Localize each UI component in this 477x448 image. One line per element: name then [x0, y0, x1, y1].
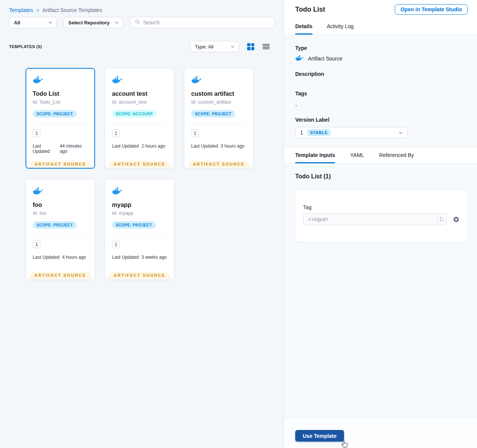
card-divider: [33, 124, 88, 124]
tab-referenced-by[interactable]: Referenced By: [379, 152, 414, 163]
chevron-down-icon: [112, 20, 119, 25]
artifact-source-ribbon: ARTIFACT SOURCE: [186, 161, 251, 168]
list-view-icon[interactable]: [263, 44, 270, 50]
card-divider: [112, 124, 167, 124]
artifact-source-ribbon: ARTIFACT SOURCE: [107, 161, 172, 168]
version-count-chip: 1: [191, 129, 199, 137]
search-icon: [135, 19, 140, 26]
template-title: myapp: [112, 202, 167, 208]
docker-icon: [33, 190, 44, 196]
template-card[interactable]: account test Id: account_test SCOPE: ACC…: [105, 68, 174, 169]
tags-label: Tags: [295, 91, 468, 97]
template-card[interactable]: custom artifact Id: custom_artifact SCOP…: [184, 68, 254, 169]
app-window: Templates Artifact Source Templates All …: [0, 0, 477, 448]
last-updated-value: 3 weeks ago: [141, 255, 166, 260]
card-divider: [112, 235, 167, 235]
template-id: Id: Todo_List: [33, 99, 88, 105]
version-count-chip: 1: [112, 129, 120, 137]
details-tabs: Details Activity Log: [284, 19, 477, 35]
artifact-source-ribbon: ARTIFACT SOURCE: [28, 161, 93, 168]
template-card[interactable]: foo Id: foo SCOPE: PROJECT 1 Last Update…: [26, 179, 95, 280]
chevron-down-icon: [45, 20, 53, 25]
templates-count: TEMPLATES (5): [9, 44, 42, 49]
template-id: Id: account_test: [112, 99, 167, 105]
type-label: Type: [295, 45, 468, 51]
inputs-tabs: Template Inputs YAML Referenced By: [284, 147, 477, 164]
use-template-button[interactable]: Use Template: [295, 430, 344, 442]
grid-view-icon[interactable]: [247, 43, 254, 50]
type-filter-select[interactable]: Type: All: [190, 41, 239, 52]
last-updated-value: 2 hours ago: [141, 143, 165, 149]
details-footer: Use Template: [284, 418, 477, 448]
breadcrumb-chevron-icon: [36, 8, 40, 12]
tab-activity-log[interactable]: Activity Log: [327, 23, 354, 35]
template-id: Id: foo: [33, 210, 88, 216]
template-library-panel: Templates Artifact Source Templates All …: [0, 0, 284, 448]
breadcrumb-current: Artifact Source Templates: [42, 7, 102, 13]
card-divider: [191, 124, 246, 124]
tab-template-inputs[interactable]: Template Inputs: [295, 152, 335, 163]
open-in-template-studio-button[interactable]: Open in Template Studio: [395, 4, 468, 15]
breadcrumb: Templates Artifact Source Templates: [0, 0, 284, 13]
description-label: Description: [295, 71, 468, 77]
template-title: Todo List: [33, 91, 88, 97]
stable-badge: STABLE: [307, 129, 331, 136]
filter-bar: All Select Repository: [9, 17, 275, 28]
card-divider: [33, 235, 88, 235]
scope-filter-select[interactable]: All: [9, 17, 57, 28]
inputs-card: Tag Σx: [295, 190, 468, 242]
last-updated-label: Last Updated: [191, 143, 218, 149]
last-updated-label: Last Updated: [33, 255, 59, 260]
last-updated-value: 4 hours ago: [62, 255, 86, 260]
docker-icon: [191, 78, 202, 85]
templates-grid: Todo List Id: Todo_List SCOPE: PROJECT 1…: [26, 68, 284, 280]
docker-icon: [33, 78, 44, 85]
repository-filter-value: Select Repository: [68, 20, 110, 26]
repository-filter-select[interactable]: Select Repository: [63, 17, 123, 28]
tag-label: Tag: [303, 204, 460, 210]
expression-fx-button[interactable]: Σx: [437, 213, 447, 225]
chevron-down-icon: [227, 44, 235, 49]
tag-input[interactable]: [303, 213, 437, 225]
last-updated-label: Last Updated: [33, 143, 57, 154]
type-value: Artifact Source: [308, 56, 343, 62]
scope-badge: SCOPE: ACCOUNT: [112, 110, 157, 118]
list-toolbar: TEMPLATES (5) Type: All: [9, 41, 270, 52]
version-count-chip: 1: [112, 240, 120, 248]
details-header: Todo List Open in Template Studio: [284, 0, 477, 19]
last-updated-value: 3 hours ago: [220, 143, 244, 149]
version-label: Version Label: [295, 117, 468, 123]
template-card[interactable]: Todo List Id: Todo_List SCOPE: PROJECT 1…: [26, 68, 95, 169]
last-updated-value: 44 minutes ago: [60, 143, 88, 154]
docker-icon: [112, 190, 123, 196]
scope-badge: SCOPE: PROJECT: [191, 110, 235, 118]
template-card[interactable]: myapp Id: myapp SCOPE: PROJECT 1 Last Up…: [105, 179, 174, 280]
docker-icon: [112, 78, 123, 85]
template-title: custom artifact: [191, 91, 246, 97]
breadcrumb-templates-link[interactable]: Templates: [9, 7, 33, 13]
version-count-chip: 1: [33, 240, 41, 248]
gear-icon[interactable]: [453, 216, 460, 223]
scope-badge: SCOPE: PROJECT: [33, 110, 77, 118]
chevron-down-icon: [398, 130, 403, 135]
docker-icon: [295, 55, 304, 62]
template-id: Id: custom_artifact: [191, 99, 246, 105]
version-select[interactable]: 1 STABLE: [295, 127, 408, 138]
template-title: foo: [33, 202, 88, 208]
search-input[interactable]: [143, 20, 270, 26]
tags-value: -: [295, 103, 468, 109]
tab-details[interactable]: Details: [295, 23, 312, 35]
template-title: account test: [112, 91, 167, 97]
template-details-panel: Todo List Open in Template Studio Detail…: [284, 0, 477, 448]
details-section: Type Artifact Source Description Tags - …: [284, 35, 477, 147]
scope-badge: SCOPE: PROJECT: [33, 221, 77, 229]
search-box: [130, 17, 275, 28]
version-value: 1: [300, 130, 303, 136]
template-id: Id: myapp: [112, 210, 167, 216]
version-count-chip: 1: [33, 129, 41, 137]
tab-yaml[interactable]: YAML: [350, 152, 364, 163]
artifact-source-ribbon: ARTIFACT SOURCE: [107, 272, 172, 279]
details-title: Todo List: [295, 6, 325, 14]
scope-filter-value: All: [14, 20, 20, 26]
last-updated-label: Last Updated: [112, 143, 139, 149]
